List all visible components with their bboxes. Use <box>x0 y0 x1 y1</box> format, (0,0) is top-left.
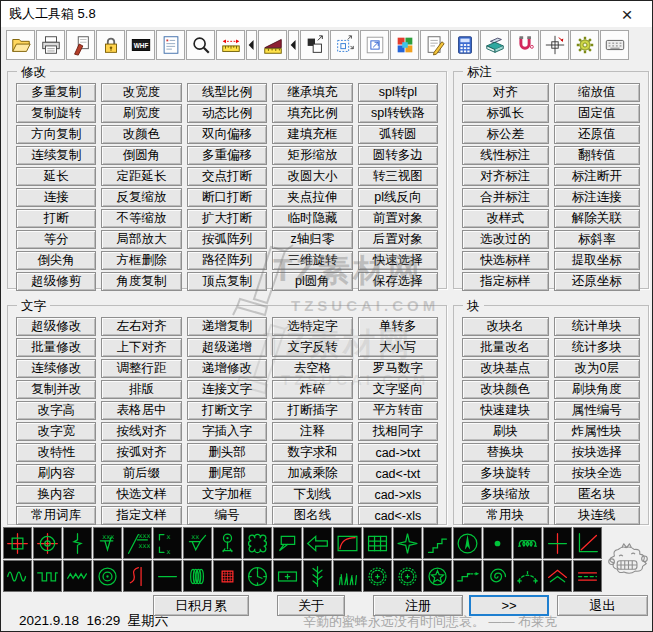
circle-star-icon[interactable] <box>423 560 452 592</box>
section-hook-icon[interactable] <box>123 560 152 592</box>
tool-button[interactable]: 改宽度 <box>101 83 181 102</box>
tool-button[interactable]: 保存选择 <box>358 272 438 291</box>
register-button[interactable]: 注册 <box>373 595 463 616</box>
tool-button[interactable]: cad->xls <box>358 485 438 504</box>
tool-button[interactable]: 线性标注 <box>462 146 549 165</box>
roof-peak-icon[interactable] <box>543 560 572 592</box>
tool-button[interactable]: 三维旋转 <box>272 251 352 270</box>
tool-button[interactable]: 递增复制 <box>187 317 267 336</box>
exit-button[interactable]: 退出 <box>557 595 648 616</box>
tool-button[interactable]: 数字求和 <box>272 443 352 462</box>
tool-button[interactable]: 扩大打断 <box>187 209 267 228</box>
magnifier-button[interactable] <box>186 30 215 60</box>
tool-button[interactable]: 前置对象 <box>358 209 438 228</box>
square-wave-icon[interactable] <box>33 560 62 592</box>
step-arrow-icon[interactable] <box>453 560 482 592</box>
print-button[interactable] <box>36 30 65 60</box>
tool-button[interactable]: 复制并改 <box>16 380 96 399</box>
tool-button[interactable]: 多块缩放 <box>462 485 549 504</box>
tool-button[interactable]: 选改过的 <box>462 230 549 249</box>
tool-button[interactable]: 交点打断 <box>187 167 267 186</box>
tool-button[interactable]: 超级递增 <box>187 338 267 357</box>
datum-target-icon[interactable] <box>213 527 242 559</box>
tool-button[interactable]: 方框删除 <box>101 251 181 270</box>
tool-button[interactable]: 延长 <box>16 167 96 186</box>
tool-button[interactable]: 多重复制 <box>16 83 96 102</box>
clock-icon[interactable] <box>243 560 272 592</box>
cross-mark-icon[interactable] <box>543 527 572 559</box>
tool-button[interactable]: 递增修改 <box>187 359 267 378</box>
tool-button[interactable]: 建填充框 <box>272 125 352 144</box>
tool-button[interactable]: 替换块 <box>462 443 549 462</box>
curve-chart-icon[interactable] <box>333 527 362 559</box>
zigzag-wave-icon[interactable] <box>63 560 92 592</box>
tool-button[interactable]: 倒尖角 <box>16 251 96 270</box>
tool-button[interactable]: 排版 <box>101 380 181 399</box>
tool-button[interactable]: 改为0层 <box>554 359 641 378</box>
slope-flyout-button[interactable] <box>288 30 299 60</box>
tool-button[interactable]: 前后缀 <box>101 464 181 483</box>
tool-button[interactable]: 动态比例 <box>187 104 267 123</box>
crosshair-target-button[interactable] <box>540 30 569 60</box>
tool-button[interactable]: 罗马数字 <box>358 359 438 378</box>
tool-button[interactable]: 上下对齐 <box>101 338 181 357</box>
tool-button[interactable]: 合并标注 <box>462 188 549 207</box>
coordinate-label-icon[interactable]: xx <box>153 527 182 559</box>
tool-button[interactable]: 左右对齐 <box>101 317 181 336</box>
tool-button[interactable]: 连接文字 <box>187 380 267 399</box>
tool-button[interactable]: 快选标样 <box>462 251 549 270</box>
tool-button[interactable]: 连续复制 <box>16 146 96 165</box>
burst-star-a-icon[interactable] <box>363 560 392 592</box>
tool-button[interactable]: 对齐 <box>462 83 549 102</box>
leader-callout-icon[interactable] <box>273 527 302 559</box>
tool-button[interactable]: 改块颜色 <box>462 380 549 399</box>
tool-button[interactable]: 路径阵列 <box>187 251 267 270</box>
more-button[interactable]: >> <box>469 595 549 616</box>
roughness-check-icon[interactable]: xx <box>183 527 212 559</box>
tool-button[interactable]: 炸属性块 <box>554 422 641 441</box>
tool-button[interactable]: 改字高 <box>16 401 96 420</box>
tool-button[interactable]: 翻转值 <box>554 146 641 165</box>
tool-button[interactable]: 打断 <box>16 209 96 228</box>
tool-button[interactable]: 填充比例 <box>272 104 352 123</box>
tool-button[interactable]: 删尾部 <box>187 464 267 483</box>
whf-text-button[interactable]: WHF <box>126 30 155 60</box>
tool-button[interactable]: 超级修剪 <box>16 272 96 291</box>
purge-brush-button[interactable] <box>66 30 95 60</box>
tool-button[interactable]: 字插入字 <box>187 422 267 441</box>
spiral-icon[interactable] <box>483 560 512 592</box>
axis-chart-icon[interactable] <box>573 527 602 559</box>
tool-button[interactable]: 按块全选 <box>554 464 641 483</box>
tool-button[interactable]: 按弧对齐 <box>101 443 181 462</box>
tool-button[interactable]: 继承填充 <box>272 83 352 102</box>
rect-plus-icon[interactable] <box>273 560 302 592</box>
tool-button[interactable]: 标注断开 <box>554 167 641 186</box>
burst-star-b-icon[interactable] <box>393 560 422 592</box>
tool-button[interactable]: 常用块 <box>462 506 549 525</box>
tool-button[interactable]: 单转多 <box>358 317 438 336</box>
tool-button[interactable]: 固定值 <box>554 104 641 123</box>
revision-cloud-icon[interactable] <box>243 527 272 559</box>
tool-button[interactable]: 匿名块 <box>554 485 641 504</box>
color-mosaic-button[interactable] <box>390 30 419 60</box>
tool-button[interactable]: 临时隐藏 <box>272 209 352 228</box>
tool-button[interactable]: 标注连接 <box>554 188 641 207</box>
tool-button[interactable]: 对齐标注 <box>462 167 549 186</box>
tool-button[interactable]: 属性编号 <box>554 401 641 420</box>
tool-button[interactable]: 定距延长 <box>101 167 181 186</box>
tool-button[interactable]: 换内容 <box>16 485 96 504</box>
tool-button[interactable]: 刷内容 <box>16 464 96 483</box>
daily-tips-button[interactable]: 日积月累 <box>153 595 249 616</box>
tool-button[interactable]: 多块旋转 <box>462 464 549 483</box>
gear-button[interactable] <box>570 30 599 60</box>
tool-button[interactable]: 刷块 <box>462 422 549 441</box>
tool-button[interactable]: 方向复制 <box>16 125 96 144</box>
lock-button[interactable] <box>96 30 125 60</box>
tool-button[interactable]: 刷宽度 <box>101 104 181 123</box>
open-folder-button[interactable] <box>6 30 35 60</box>
tool-button[interactable]: 文字反转 <box>272 338 352 357</box>
tool-button[interactable]: pl线反向 <box>358 188 438 207</box>
step-line-icon[interactable] <box>423 527 452 559</box>
tool-button[interactable]: 标公差 <box>462 125 549 144</box>
tool-button[interactable]: 改圆大小 <box>272 167 352 186</box>
